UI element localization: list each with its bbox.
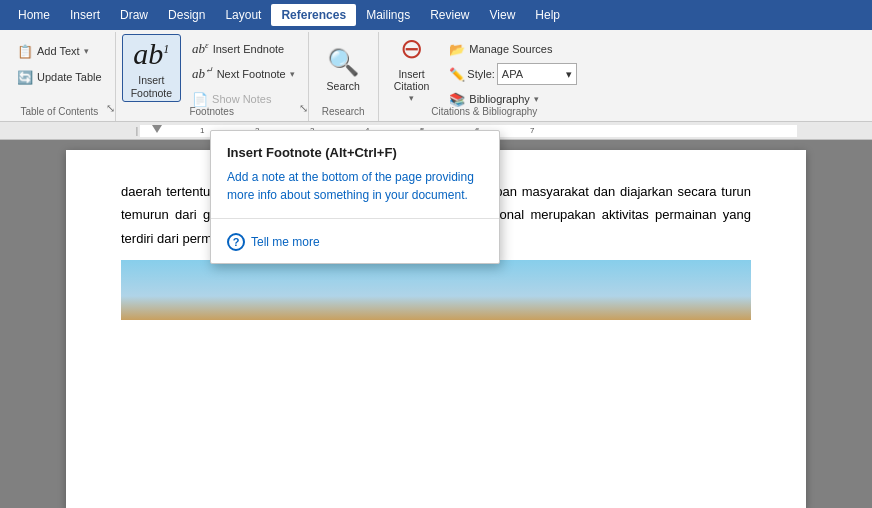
toc-group-label: Table of Contents <box>20 106 98 117</box>
next-footnote-icon: ab↵ <box>192 65 213 82</box>
update-table-label: Update Table <box>37 71 102 83</box>
citations-group-label: Citations & Bibliography <box>431 106 537 117</box>
show-notes-label: Show Notes <box>212 93 271 105</box>
tooltip-divider <box>211 218 499 219</box>
show-notes-icon: 📄 <box>192 92 208 107</box>
next-footnote-arrow: ▾ <box>290 69 295 79</box>
tooltip-title: Insert Footnote (Alt+Ctrl+F) <box>211 131 499 168</box>
style-value: APA <box>502 68 523 80</box>
tooltip-link[interactable]: ? Tell me more <box>211 227 499 263</box>
bibliography-icon: 📚 <box>449 92 465 107</box>
menu-mailings[interactable]: Mailings <box>356 4 420 26</box>
menu-bar: Home Insert Draw Design Layout Reference… <box>0 0 872 30</box>
tooltip-description: Add a note at the bottom of the page pro… <box>211 168 499 218</box>
menu-help[interactable]: Help <box>525 4 570 26</box>
insert-endnote-icon: abε <box>192 40 209 57</box>
menu-home[interactable]: Home <box>8 4 60 26</box>
bibliography-arrow: ▾ <box>534 94 539 104</box>
menu-insert[interactable]: Insert <box>60 4 110 26</box>
menu-references[interactable]: References <box>271 4 356 26</box>
add-text-dropdown-arrow: ▾ <box>84 46 89 56</box>
toc-expand-icon[interactable]: ⤡ <box>106 102 115 115</box>
add-text-icon: 📋 <box>17 44 33 59</box>
search-label: Search <box>327 80 360 93</box>
style-dropdown[interactable]: APA ▾ <box>497 63 577 85</box>
tooltip-popup: Insert Footnote (Alt+Ctrl+F) Add a note … <box>210 130 500 264</box>
menu-draw[interactable]: Draw <box>110 4 158 26</box>
document-image <box>121 260 751 320</box>
menu-layout[interactable]: Layout <box>215 4 271 26</box>
ruler-left-margin: | <box>136 126 138 136</box>
insert-endnote-button[interactable]: abε Insert Endnote <box>185 38 302 60</box>
next-footnote-label: Next Footnote <box>217 68 286 80</box>
next-footnote-button[interactable]: ab↵ Next Footnote ▾ <box>185 63 302 85</box>
search-button[interactable]: 🔍 Search <box>318 36 369 104</box>
add-text-label: Add Text <box>37 45 80 57</box>
insert-footnote-button[interactable]: ab1 InsertFootnote <box>122 34 181 102</box>
research-group-label: Research <box>322 106 365 117</box>
style-dropdown-arrow: ▾ <box>566 68 572 81</box>
ruler-mark-7: 7 <box>530 126 534 135</box>
insert-citation-label: InsertCitation <box>394 68 430 93</box>
menu-design[interactable]: Design <box>158 4 215 26</box>
add-text-button[interactable]: 📋 Add Text ▾ <box>10 40 96 62</box>
group-toc: 📋 Add Text ▾ 🔄 Update Table Table of Con… <box>4 32 116 121</box>
group-citations: ⊖ InsertCitation ▾ 📂 Manage Sources ✏️ S… <box>379 32 590 121</box>
insert-footnote-label: InsertFootnote <box>131 74 172 99</box>
style-button[interactable]: ✏️ Style: APA ▾ <box>442 63 584 85</box>
bibliography-label: Bibliography <box>469 93 530 105</box>
style-pencil-icon: ✏️ <box>449 67 465 82</box>
tooltip-link-text: Tell me more <box>251 235 320 249</box>
insert-endnote-label: Insert Endnote <box>213 43 285 55</box>
insert-citation-button[interactable]: ⊖ InsertCitation ▾ <box>385 34 439 102</box>
tooltip-link-icon: ? <box>227 233 245 251</box>
group-footnotes: ab1 InsertFootnote abε Insert Endnote ab… <box>116 32 309 121</box>
update-table-button[interactable]: 🔄 Update Table <box>10 66 109 88</box>
insert-footnote-icon: ab1 <box>133 36 169 72</box>
search-icon: 🔍 <box>327 47 359 78</box>
ribbon: 📋 Add Text ▾ 🔄 Update Table Table of Con… <box>0 30 872 122</box>
indent-marker <box>152 125 162 133</box>
update-table-icon: 🔄 <box>17 70 33 85</box>
manage-sources-button[interactable]: 📂 Manage Sources <box>442 38 584 60</box>
menu-view[interactable]: View <box>480 4 526 26</box>
menu-review[interactable]: Review <box>420 4 479 26</box>
manage-sources-icon: 📂 <box>449 42 465 57</box>
insert-citation-arrow: ▾ <box>409 93 414 104</box>
footnotes-expand-icon[interactable]: ⤡ <box>299 102 308 115</box>
insert-citation-icon: ⊖ <box>400 32 423 66</box>
footnotes-group-label: Footnotes <box>189 106 233 117</box>
group-research: 🔍 Search Research <box>309 32 379 121</box>
style-label: Style: <box>467 68 495 80</box>
manage-sources-label: Manage Sources <box>469 43 552 55</box>
ruler-mark-1: 1 <box>200 126 204 135</box>
